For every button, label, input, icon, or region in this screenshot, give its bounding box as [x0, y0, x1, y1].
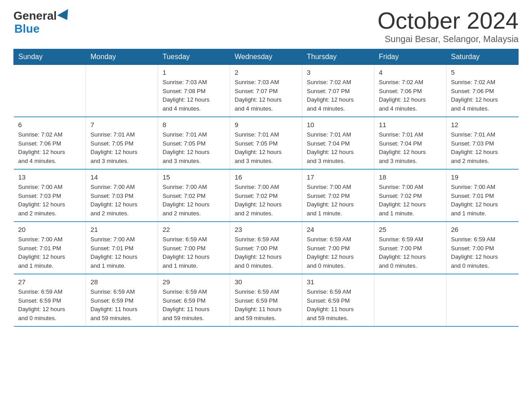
weekday-header-friday: Friday	[374, 49, 446, 65]
logo: General Blue	[13, 9, 71, 36]
day-info: Sunrise: 7:01 AMSunset: 7:04 PMDaylight:…	[379, 130, 442, 165]
day-number: 18	[379, 173, 442, 181]
weekday-header-wednesday: Wednesday	[230, 49, 302, 65]
calendar-cell: 8Sunrise: 7:01 AMSunset: 7:05 PMDaylight…	[158, 117, 230, 169]
calendar-cell: 5Sunrise: 7:02 AMSunset: 7:06 PMDaylight…	[446, 65, 519, 117]
logo-blue-text: Blue	[14, 22, 39, 36]
calendar-week-row: 27Sunrise: 6:59 AMSunset: 6:59 PMDayligh…	[14, 274, 519, 326]
day-info: Sunrise: 6:59 AMSunset: 6:59 PMDaylight:…	[18, 287, 82, 322]
calendar-cell: 7Sunrise: 7:01 AMSunset: 7:05 PMDaylight…	[86, 117, 158, 169]
calendar-week-row: 1Sunrise: 7:03 AMSunset: 7:08 PMDaylight…	[14, 65, 519, 117]
day-number: 24	[307, 226, 369, 233]
calendar-cell	[86, 65, 158, 117]
calendar-cell: 10Sunrise: 7:01 AMSunset: 7:04 PMDayligh…	[302, 117, 374, 169]
day-info: Sunrise: 7:02 AMSunset: 7:06 PMDaylight:…	[18, 130, 82, 165]
calendar-cell: 25Sunrise: 6:59 AMSunset: 7:00 PMDayligh…	[374, 222, 446, 274]
day-info: Sunrise: 7:02 AMSunset: 7:06 PMDaylight:…	[379, 78, 442, 113]
calendar-cell: 19Sunrise: 7:00 AMSunset: 7:01 PMDayligh…	[446, 169, 519, 222]
day-number: 16	[235, 173, 297, 181]
calendar-cell: 31Sunrise: 6:59 AMSunset: 6:59 PMDayligh…	[302, 274, 374, 326]
day-number: 27	[18, 278, 82, 286]
day-number: 3	[307, 68, 369, 76]
day-info: Sunrise: 7:00 AMSunset: 7:01 PMDaylight:…	[451, 183, 514, 218]
day-info: Sunrise: 7:03 AMSunset: 7:07 PMDaylight:…	[235, 78, 297, 113]
logo-arrow-icon	[57, 9, 73, 23]
day-number: 25	[379, 226, 442, 233]
day-info: Sunrise: 6:59 AMSunset: 6:59 PMDaylight:…	[235, 287, 297, 322]
calendar-cell: 6Sunrise: 7:02 AMSunset: 7:06 PMDaylight…	[14, 117, 86, 169]
day-number: 20	[18, 226, 82, 233]
day-number: 11	[379, 121, 442, 128]
weekday-header-monday: Monday	[86, 49, 158, 65]
day-number: 31	[307, 278, 369, 286]
weekday-header-thursday: Thursday	[302, 49, 374, 65]
day-number: 5	[451, 68, 514, 76]
day-number: 9	[235, 121, 297, 128]
calendar-cell: 16Sunrise: 7:00 AMSunset: 7:02 PMDayligh…	[230, 169, 302, 222]
day-number: 10	[307, 121, 369, 128]
calendar-cell	[14, 65, 86, 117]
day-number: 15	[163, 173, 225, 181]
day-number: 6	[18, 121, 82, 128]
weekday-header-sunday: Sunday	[14, 49, 86, 65]
day-number: 13	[18, 173, 82, 181]
day-info: Sunrise: 7:00 AMSunset: 7:02 PMDaylight:…	[379, 183, 442, 218]
calendar-week-row: 6Sunrise: 7:02 AMSunset: 7:06 PMDaylight…	[14, 117, 519, 169]
day-info: Sunrise: 6:59 AMSunset: 7:00 PMDaylight:…	[163, 235, 225, 270]
calendar-cell: 30Sunrise: 6:59 AMSunset: 6:59 PMDayligh…	[230, 274, 302, 326]
calendar-cell: 26Sunrise: 6:59 AMSunset: 7:00 PMDayligh…	[446, 222, 519, 274]
day-number: 12	[451, 121, 514, 128]
calendar-cell: 23Sunrise: 6:59 AMSunset: 7:00 PMDayligh…	[230, 222, 302, 274]
calendar-week-row: 13Sunrise: 7:00 AMSunset: 7:03 PMDayligh…	[14, 169, 519, 222]
calendar-week-row: 20Sunrise: 7:00 AMSunset: 7:01 PMDayligh…	[14, 222, 519, 274]
calendar-cell: 9Sunrise: 7:01 AMSunset: 7:05 PMDaylight…	[230, 117, 302, 169]
day-info: Sunrise: 7:02 AMSunset: 7:07 PMDaylight:…	[307, 78, 369, 113]
day-number: 1	[163, 68, 225, 76]
calendar-cell: 20Sunrise: 7:00 AMSunset: 7:01 PMDayligh…	[14, 222, 86, 274]
day-info: Sunrise: 7:01 AMSunset: 7:05 PMDaylight:…	[90, 130, 153, 165]
calendar-cell: 13Sunrise: 7:00 AMSunset: 7:03 PMDayligh…	[14, 169, 86, 222]
day-info: Sunrise: 7:02 AMSunset: 7:06 PMDaylight:…	[451, 78, 514, 113]
title-block: October 2024 Sungai Besar, Selangor, Mal…	[378, 9, 519, 44]
calendar-cell: 21Sunrise: 7:00 AMSunset: 7:01 PMDayligh…	[86, 222, 158, 274]
day-info: Sunrise: 7:03 AMSunset: 7:08 PMDaylight:…	[163, 78, 225, 113]
calendar-cell: 28Sunrise: 6:59 AMSunset: 6:59 PMDayligh…	[86, 274, 158, 326]
calendar-cell: 12Sunrise: 7:01 AMSunset: 7:03 PMDayligh…	[446, 117, 519, 169]
day-info: Sunrise: 6:59 AMSunset: 7:00 PMDaylight:…	[307, 235, 369, 270]
day-number: 23	[235, 226, 297, 233]
day-number: 26	[451, 226, 514, 233]
calendar-cell: 18Sunrise: 7:00 AMSunset: 7:02 PMDayligh…	[374, 169, 446, 222]
day-number: 28	[90, 278, 153, 286]
day-number: 21	[90, 226, 153, 233]
day-info: Sunrise: 6:59 AMSunset: 7:00 PMDaylight:…	[379, 235, 442, 270]
day-number: 29	[163, 278, 225, 286]
calendar-table: SundayMondayTuesdayWednesdayThursdayFrid…	[13, 49, 519, 327]
day-info: Sunrise: 6:59 AMSunset: 6:59 PMDaylight:…	[90, 287, 153, 322]
day-info: Sunrise: 6:59 AMSunset: 7:00 PMDaylight:…	[235, 235, 297, 270]
day-info: Sunrise: 7:00 AMSunset: 7:03 PMDaylight:…	[90, 183, 153, 218]
location-subtitle: Sungai Besar, Selangor, Malaysia	[378, 34, 519, 44]
calendar-cell: 4Sunrise: 7:02 AMSunset: 7:06 PMDaylight…	[374, 65, 446, 117]
calendar-cell: 22Sunrise: 6:59 AMSunset: 7:00 PMDayligh…	[158, 222, 230, 274]
day-number: 2	[235, 68, 297, 76]
logo-general-text: General	[13, 9, 57, 23]
calendar-cell: 27Sunrise: 6:59 AMSunset: 6:59 PMDayligh…	[14, 274, 86, 326]
calendar-cell	[446, 274, 519, 326]
calendar-cell: 14Sunrise: 7:00 AMSunset: 7:03 PMDayligh…	[86, 169, 158, 222]
day-number: 7	[90, 121, 153, 128]
day-info: Sunrise: 7:01 AMSunset: 7:05 PMDaylight:…	[163, 130, 225, 165]
day-number: 30	[235, 278, 297, 286]
day-info: Sunrise: 6:59 AMSunset: 6:59 PMDaylight:…	[307, 287, 369, 322]
day-info: Sunrise: 7:00 AMSunset: 7:02 PMDaylight:…	[163, 183, 225, 218]
calendar-cell	[374, 274, 446, 326]
day-info: Sunrise: 7:01 AMSunset: 7:03 PMDaylight:…	[451, 130, 514, 165]
day-number: 14	[90, 173, 153, 181]
month-title: October 2024	[378, 9, 519, 32]
weekday-header-tuesday: Tuesday	[158, 49, 230, 65]
calendar-cell: 11Sunrise: 7:01 AMSunset: 7:04 PMDayligh…	[374, 117, 446, 169]
day-number: 4	[379, 68, 442, 76]
day-number: 8	[163, 121, 225, 128]
calendar-header-row: SundayMondayTuesdayWednesdayThursdayFrid…	[14, 49, 519, 65]
page-header: General Blue October 2024 Sungai Besar, …	[13, 9, 519, 44]
day-info: Sunrise: 7:01 AMSunset: 7:05 PMDaylight:…	[235, 130, 297, 165]
